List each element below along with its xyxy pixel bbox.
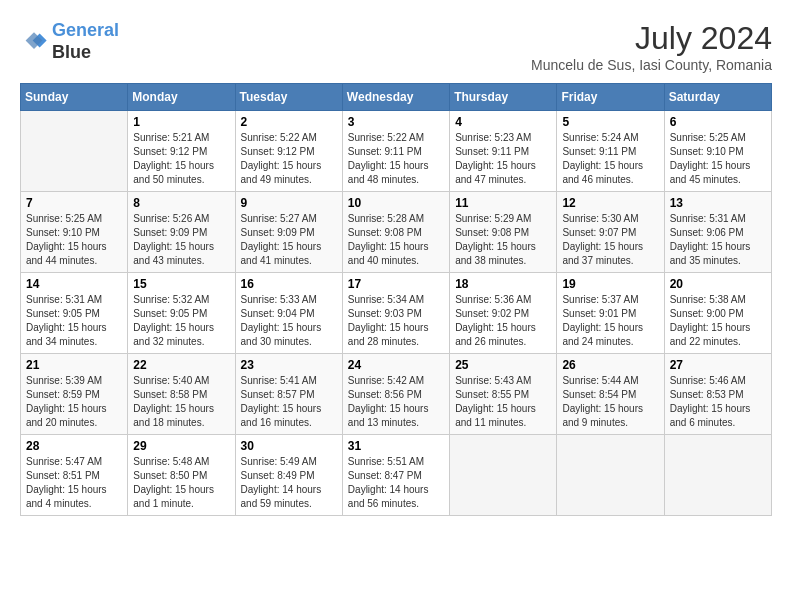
- calendar-cell: 9Sunrise: 5:27 AM Sunset: 9:09 PM Daylig…: [235, 192, 342, 273]
- day-info: Sunrise: 5:43 AM Sunset: 8:55 PM Dayligh…: [455, 374, 551, 430]
- day-number: 16: [241, 277, 337, 291]
- day-number: 7: [26, 196, 122, 210]
- day-number: 1: [133, 115, 229, 129]
- day-number: 23: [241, 358, 337, 372]
- calendar-cell: 28Sunrise: 5:47 AM Sunset: 8:51 PM Dayli…: [21, 435, 128, 516]
- day-number: 2: [241, 115, 337, 129]
- day-info: Sunrise: 5:22 AM Sunset: 9:12 PM Dayligh…: [241, 131, 337, 187]
- logo-blue-word: Blue: [52, 42, 91, 62]
- calendar-week-row: 28Sunrise: 5:47 AM Sunset: 8:51 PM Dayli…: [21, 435, 772, 516]
- day-number: 18: [455, 277, 551, 291]
- calendar-header-row: SundayMondayTuesdayWednesdayThursdayFrid…: [21, 84, 772, 111]
- day-info: Sunrise: 5:51 AM Sunset: 8:47 PM Dayligh…: [348, 455, 444, 511]
- day-info: Sunrise: 5:23 AM Sunset: 9:11 PM Dayligh…: [455, 131, 551, 187]
- calendar-cell: 10Sunrise: 5:28 AM Sunset: 9:08 PM Dayli…: [342, 192, 449, 273]
- calendar-cell: 20Sunrise: 5:38 AM Sunset: 9:00 PM Dayli…: [664, 273, 771, 354]
- day-info: Sunrise: 5:31 AM Sunset: 9:05 PM Dayligh…: [26, 293, 122, 349]
- calendar-cell: 11Sunrise: 5:29 AM Sunset: 9:08 PM Dayli…: [450, 192, 557, 273]
- calendar-cell: 30Sunrise: 5:49 AM Sunset: 8:49 PM Dayli…: [235, 435, 342, 516]
- calendar-cell: 14Sunrise: 5:31 AM Sunset: 9:05 PM Dayli…: [21, 273, 128, 354]
- day-number: 28: [26, 439, 122, 453]
- calendar-cell: 1Sunrise: 5:21 AM Sunset: 9:12 PM Daylig…: [128, 111, 235, 192]
- day-number: 24: [348, 358, 444, 372]
- weekday-header: Friday: [557, 84, 664, 111]
- day-info: Sunrise: 5:46 AM Sunset: 8:53 PM Dayligh…: [670, 374, 766, 430]
- calendar-cell: [450, 435, 557, 516]
- calendar-cell: [664, 435, 771, 516]
- day-info: Sunrise: 5:38 AM Sunset: 9:00 PM Dayligh…: [670, 293, 766, 349]
- day-info: Sunrise: 5:49 AM Sunset: 8:49 PM Dayligh…: [241, 455, 337, 511]
- logo-icon: [20, 28, 48, 56]
- calendar-cell: 29Sunrise: 5:48 AM Sunset: 8:50 PM Dayli…: [128, 435, 235, 516]
- calendar-cell: 21Sunrise: 5:39 AM Sunset: 8:59 PM Dayli…: [21, 354, 128, 435]
- day-number: 17: [348, 277, 444, 291]
- header: General Blue July 2024 Muncelu de Sus, I…: [20, 20, 772, 73]
- calendar-cell: 24Sunrise: 5:42 AM Sunset: 8:56 PM Dayli…: [342, 354, 449, 435]
- day-info: Sunrise: 5:31 AM Sunset: 9:06 PM Dayligh…: [670, 212, 766, 268]
- calendar-cell: 25Sunrise: 5:43 AM Sunset: 8:55 PM Dayli…: [450, 354, 557, 435]
- logo-general: General: [52, 20, 119, 40]
- day-info: Sunrise: 5:26 AM Sunset: 9:09 PM Dayligh…: [133, 212, 229, 268]
- calendar-cell: 12Sunrise: 5:30 AM Sunset: 9:07 PM Dayli…: [557, 192, 664, 273]
- weekday-header: Sunday: [21, 84, 128, 111]
- calendar-cell: 31Sunrise: 5:51 AM Sunset: 8:47 PM Dayli…: [342, 435, 449, 516]
- day-number: 12: [562, 196, 658, 210]
- calendar-cell: 5Sunrise: 5:24 AM Sunset: 9:11 PM Daylig…: [557, 111, 664, 192]
- calendar-week-row: 21Sunrise: 5:39 AM Sunset: 8:59 PM Dayli…: [21, 354, 772, 435]
- day-info: Sunrise: 5:40 AM Sunset: 8:58 PM Dayligh…: [133, 374, 229, 430]
- day-info: Sunrise: 5:22 AM Sunset: 9:11 PM Dayligh…: [348, 131, 444, 187]
- calendar-cell: 6Sunrise: 5:25 AM Sunset: 9:10 PM Daylig…: [664, 111, 771, 192]
- day-info: Sunrise: 5:41 AM Sunset: 8:57 PM Dayligh…: [241, 374, 337, 430]
- day-number: 27: [670, 358, 766, 372]
- weekday-header: Thursday: [450, 84, 557, 111]
- day-info: Sunrise: 5:28 AM Sunset: 9:08 PM Dayligh…: [348, 212, 444, 268]
- day-number: 3: [348, 115, 444, 129]
- day-info: Sunrise: 5:48 AM Sunset: 8:50 PM Dayligh…: [133, 455, 229, 511]
- day-info: Sunrise: 5:27 AM Sunset: 9:09 PM Dayligh…: [241, 212, 337, 268]
- calendar-cell: 3Sunrise: 5:22 AM Sunset: 9:11 PM Daylig…: [342, 111, 449, 192]
- calendar-cell: 18Sunrise: 5:36 AM Sunset: 9:02 PM Dayli…: [450, 273, 557, 354]
- day-number: 4: [455, 115, 551, 129]
- day-number: 19: [562, 277, 658, 291]
- day-info: Sunrise: 5:29 AM Sunset: 9:08 PM Dayligh…: [455, 212, 551, 268]
- logo: General Blue: [20, 20, 119, 63]
- title-area: July 2024 Muncelu de Sus, Iasi County, R…: [531, 20, 772, 73]
- day-number: 11: [455, 196, 551, 210]
- calendar-cell: 22Sunrise: 5:40 AM Sunset: 8:58 PM Dayli…: [128, 354, 235, 435]
- month-year: July 2024: [531, 20, 772, 57]
- calendar-cell: 26Sunrise: 5:44 AM Sunset: 8:54 PM Dayli…: [557, 354, 664, 435]
- weekday-header: Monday: [128, 84, 235, 111]
- day-info: Sunrise: 5:32 AM Sunset: 9:05 PM Dayligh…: [133, 293, 229, 349]
- day-number: 8: [133, 196, 229, 210]
- day-number: 31: [348, 439, 444, 453]
- calendar-table: SundayMondayTuesdayWednesdayThursdayFrid…: [20, 83, 772, 516]
- location: Muncelu de Sus, Iasi County, Romania: [531, 57, 772, 73]
- calendar-cell: [21, 111, 128, 192]
- day-number: 14: [26, 277, 122, 291]
- day-number: 21: [26, 358, 122, 372]
- calendar-cell: 19Sunrise: 5:37 AM Sunset: 9:01 PM Dayli…: [557, 273, 664, 354]
- day-number: 9: [241, 196, 337, 210]
- weekday-header: Tuesday: [235, 84, 342, 111]
- day-number: 10: [348, 196, 444, 210]
- day-number: 25: [455, 358, 551, 372]
- day-number: 26: [562, 358, 658, 372]
- day-info: Sunrise: 5:25 AM Sunset: 9:10 PM Dayligh…: [670, 131, 766, 187]
- day-info: Sunrise: 5:37 AM Sunset: 9:01 PM Dayligh…: [562, 293, 658, 349]
- day-info: Sunrise: 5:36 AM Sunset: 9:02 PM Dayligh…: [455, 293, 551, 349]
- calendar-cell: 27Sunrise: 5:46 AM Sunset: 8:53 PM Dayli…: [664, 354, 771, 435]
- day-number: 22: [133, 358, 229, 372]
- logo-text: General Blue: [52, 20, 119, 63]
- calendar-cell: 4Sunrise: 5:23 AM Sunset: 9:11 PM Daylig…: [450, 111, 557, 192]
- weekday-header: Saturday: [664, 84, 771, 111]
- day-number: 13: [670, 196, 766, 210]
- weekday-header: Wednesday: [342, 84, 449, 111]
- day-info: Sunrise: 5:44 AM Sunset: 8:54 PM Dayligh…: [562, 374, 658, 430]
- day-number: 29: [133, 439, 229, 453]
- day-info: Sunrise: 5:39 AM Sunset: 8:59 PM Dayligh…: [26, 374, 122, 430]
- calendar-cell: 7Sunrise: 5:25 AM Sunset: 9:10 PM Daylig…: [21, 192, 128, 273]
- calendar-cell: [557, 435, 664, 516]
- day-info: Sunrise: 5:25 AM Sunset: 9:10 PM Dayligh…: [26, 212, 122, 268]
- calendar-cell: 15Sunrise: 5:32 AM Sunset: 9:05 PM Dayli…: [128, 273, 235, 354]
- calendar-week-row: 1Sunrise: 5:21 AM Sunset: 9:12 PM Daylig…: [21, 111, 772, 192]
